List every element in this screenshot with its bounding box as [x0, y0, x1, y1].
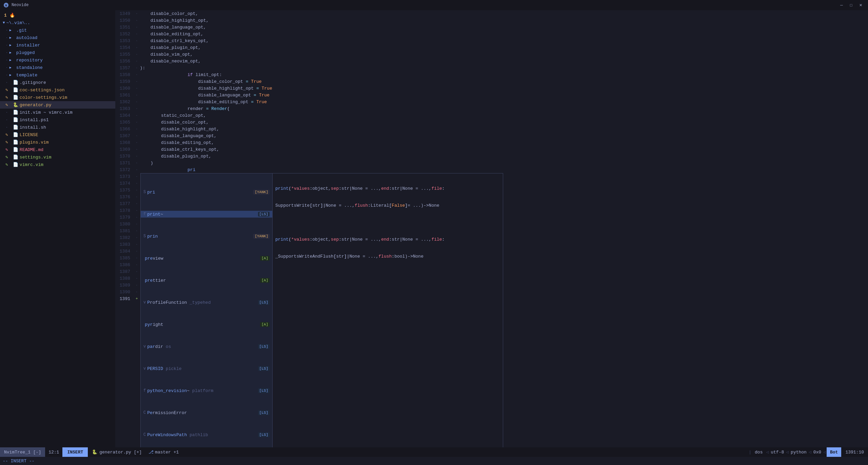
sidebar-item-gitignore[interactable]: · 📄 .gitignore: [0, 79, 115, 86]
autocomplete-detail: print(*values: object, sep: str | None =…: [273, 173, 503, 447]
code-line-1353: 1353 · disable_ctrl_keys_opt,: [115, 37, 868, 44]
sidebar-item-settingsvim[interactable]: ✎ 📄 settings.vim: [0, 153, 115, 161]
sidebar-item-template[interactable]: · ▶ template: [0, 71, 115, 79]
statusbar-branch: ⎇ master +1: [146, 447, 181, 457]
sidebar-initvim-label: init.vim ~ vimrc.vim: [20, 110, 73, 115]
sidebar-generator-label: generator.py: [20, 103, 52, 108]
statusbar-col-info: 12:1: [45, 447, 62, 457]
sidebar-plugged-label: plugged: [16, 50, 35, 55]
sidebar-item-color-settings[interactable]: ✎ 📄 color-settings.vim: [0, 94, 115, 101]
code-line-1368: 1368 · disable_editing_opt,: [115, 139, 868, 146]
code-line-1350: 1350 · disable_highlight_opt,: [115, 17, 868, 24]
statusbar-file: 🐍 generator.py [+]: [88, 447, 146, 457]
sidebar-settingsvim-label: settings.vim: [20, 155, 52, 160]
code-line-1369: 1369 · disable_ctrl_keys_opt,: [115, 146, 868, 153]
code-line-1370: 1370 · disable_plugin_opt,: [115, 153, 868, 160]
sidebar-item-repository[interactable]: · ▶ repository: [0, 56, 115, 64]
sidebar-installer-label: installer: [16, 43, 40, 48]
sidebar-item-readme[interactable]: ✎ 📄 README.md: [0, 146, 115, 153]
sidebar-git-label: .git: [16, 28, 27, 33]
insert-mode-indicator: -- INSERT --: [3, 459, 35, 464]
sidebar: 1 🔥 ▼ ~\.vim\.. · ▶ .git · ▶ autoload · …: [0, 10, 115, 447]
sidebar-root[interactable]: ▼ ~\.vim\..: [0, 19, 115, 26]
sidebar-template-label: template: [16, 73, 37, 78]
ac-item-prettier[interactable]: prettier [A]: [141, 277, 272, 284]
code-line-1365: 1365 · disable_color_opt,: [115, 119, 868, 126]
sidebar-standalone-label: standalone: [16, 65, 43, 70]
sidebar-item-standalone[interactable]: · ▶ standalone: [0, 64, 115, 71]
sidebar-readme-label: README.md: [20, 147, 43, 152]
ac-item-pardir[interactable]: v pardir os [LS]: [141, 343, 272, 350]
statusbar-position: 1391:10: [841, 447, 868, 457]
statusbar-language: python: [789, 447, 808, 457]
statusbar-encoding: utf-8: [769, 447, 785, 457]
sidebar-gitignore-label: .gitignore: [20, 80, 46, 85]
svg-text:N: N: [5, 4, 7, 7]
sidebar-installps1-label: install.ps1: [20, 117, 49, 123]
ac-item-print-tilde[interactable]: f print~ [LS]: [141, 211, 272, 218]
code-line-1349: 1349 · disable_color_opt,: [115, 10, 868, 17]
ac-item-purewindowspath[interactable]: C PureWindowsPath pathlib [LS]: [141, 431, 272, 438]
sidebar-item-plugged[interactable]: · ▶ plugged: [0, 49, 115, 56]
window-controls: ─ □ ✕: [837, 2, 865, 8]
ac-item-persid[interactable]: v PERSID pickle [LS]: [141, 365, 272, 372]
ac-item-pri[interactable]: S pri [YANK]: [141, 189, 272, 196]
minimize-button[interactable]: ─: [837, 2, 846, 8]
ac-item-preview[interactable]: preview [A]: [141, 255, 272, 262]
sidebar-vimrcvim-label: vimrc.vim: [20, 162, 43, 167]
editor-area: 1349 · disable_color_opt, 1350 · disable…: [115, 10, 868, 447]
statusbar-bot: Bot: [827, 447, 841, 457]
app-title: Neovide: [12, 3, 28, 7]
statusbar-mode: INSERT: [62, 447, 88, 457]
code-line-1363: 1363 · render = Render(: [115, 105, 868, 112]
ac-item-pyright[interactable]: pyright [A]: [141, 321, 272, 328]
autocomplete-list[interactable]: S pri [YANK] f print~ [LS]: [140, 173, 273, 447]
sidebar-item-installer[interactable]: · ▶ installer: [0, 41, 115, 49]
code-line-1364: 1364 · static_color_opt,: [115, 112, 868, 119]
bottom-bar: -- INSERT --: [0, 457, 868, 465]
sidebar-item-git[interactable]: · ▶ .git: [0, 26, 115, 34]
sidebar-item-initvim[interactable]: · 📄 init.vim ~ vimrc.vim: [0, 109, 115, 116]
ac-item-python-revision[interactable]: f python_revision~ platform [LS]: [141, 387, 272, 394]
code-line-1372: 1372 · pri S pri: [115, 166, 868, 173]
code-line-1351: 1351 · disable_language_opt,: [115, 24, 868, 31]
sidebar-pluginsvim-label: plugins.vim: [20, 140, 49, 145]
statusbar-hex: 0x0: [812, 447, 823, 457]
sidebar-installsh-label: install.sh: [20, 125, 46, 130]
close-button[interactable]: ✕: [856, 2, 865, 8]
sidebar-item-coc-settings[interactable]: ✎ 📄 coc-settings.json: [0, 86, 115, 94]
sidebar-item-installps1[interactable]: · 📄 install.ps1: [0, 116, 115, 124]
statusbar-right: | dos ◁ utf-8 ◁ python ◁ 0x0 ◁ Bot 1391:…: [748, 447, 868, 457]
sidebar-item-pluginsvim[interactable]: ✎ 📄 plugins.vim: [0, 138, 115, 146]
code-line-1366: 1366 · disable_highlight_opt,: [115, 126, 868, 132]
sidebar-item-installsh[interactable]: · 📄 install.sh: [0, 124, 115, 131]
statusbar-nvimtree: NvimTree_1 [-]: [0, 447, 45, 457]
app-logo: N: [3, 2, 9, 8]
main-container: 1 🔥 ▼ ~\.vim\.. · ▶ .git · ▶ autoload · …: [0, 10, 868, 447]
ac-item-prin[interactable]: S prin [YANK]: [141, 233, 272, 240]
ac-item-profilefunction[interactable]: v ProfileFunction _typehed [LS]: [141, 299, 272, 306]
sidebar-item-generator[interactable]: ✎ 🐍 generator.py: [0, 101, 115, 109]
sidebar-color-settings-label: color-settings.vim: [20, 95, 67, 100]
code-line-1354: 1354 · disable_plugin_opt,: [115, 44, 868, 51]
titlebar: N Neovide ─ □ ✕: [0, 0, 868, 10]
detail-line-5: _SupportsWriteAndFlush[str] | None = ...…: [275, 253, 500, 260]
sidebar-tab-indicator: 1 🔥: [0, 12, 115, 19]
sidebar-item-autoload[interactable]: · ▶ autoload: [0, 34, 115, 41]
code-container[interactable]: 1349 · disable_color_opt, 1350 · disable…: [115, 10, 868, 447]
statusbar: NvimTree_1 [-] 12:1 INSERT 🐍 generator.p…: [0, 447, 868, 457]
detail-line-1: print(*values: object, sep: str | None =…: [275, 185, 500, 192]
maximize-button[interactable]: □: [847, 2, 855, 8]
sidebar-item-vimrcvim[interactable]: ✎ 📄 vimrc.vim: [0, 161, 115, 168]
detail-line-2: SupportsWrite[str] | None = ..., flush: …: [275, 202, 500, 209]
sidebar-license-label: LICENSE: [20, 132, 38, 137]
statusbar-dos: dos: [752, 447, 765, 457]
code-line-1355: 1355 · disable_vim_opt,: [115, 51, 868, 58]
code-line-1367: 1367 · disable_language_opt,: [115, 132, 868, 139]
detail-line-4: print(*values: object, sep: str | None =…: [275, 236, 500, 243]
code-line-1356: 1356 · disable_neovim_opt,: [115, 58, 868, 64]
ac-item-permissionerror[interactable]: C PermissionError [LS]: [141, 409, 272, 416]
sidebar-repository-label: repository: [16, 58, 43, 63]
sidebar-item-license[interactable]: ✎ 📄 LICENSE: [0, 131, 115, 138]
autocomplete-popup: S pri [YANK] f print~ [LS]: [140, 173, 503, 447]
